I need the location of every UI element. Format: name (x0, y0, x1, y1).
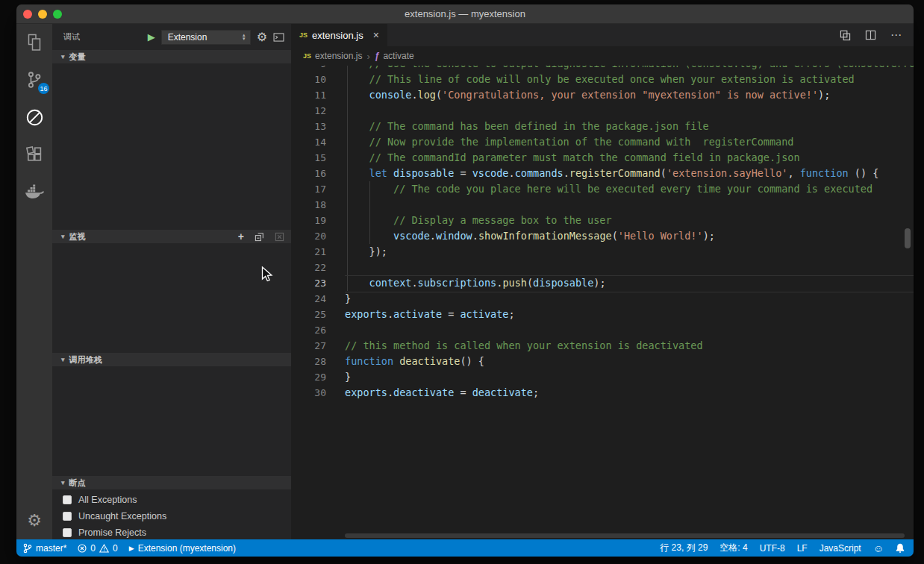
line-number[interactable]: 30 (291, 385, 326, 401)
breadcrumb-file[interactable]: JS extension.js (303, 51, 362, 61)
debug-config-select[interactable]: Extension ▲▼ (161, 30, 251, 45)
window-title: extension.js — myextension (16, 4, 914, 24)
call-stack-panel[interactable] (52, 366, 291, 476)
code-line[interactable]: 20 vscode.window.showInformationMessage(… (291, 228, 914, 244)
line-number[interactable]: 14 (291, 134, 326, 150)
breakpoint-row[interactable]: All Exceptions (52, 492, 291, 508)
debug-target-status[interactable]: ▶ Extension (myextension) (129, 543, 236, 554)
watch-panel[interactable] (52, 243, 291, 353)
line-number[interactable]: 17 (291, 181, 326, 197)
code-line[interactable]: 21 }); (291, 244, 914, 260)
code-line[interactable]: 24} (291, 291, 914, 307)
start-debugging-button[interactable]: ▶ (148, 31, 155, 43)
activity-bar-item-extensions[interactable] (16, 136, 52, 173)
variables-section-header[interactable]: ▾ 变量 (52, 50, 291, 63)
collapse-all-icon[interactable] (255, 232, 264, 242)
breakpoint-checkbox[interactable] (63, 512, 72, 521)
line-number[interactable]: 29 (291, 369, 326, 385)
code-line[interactable]: 10 // This line of code will only be exe… (291, 72, 914, 87)
code-editor[interactable]: 9 // Use the console to output diagnosti… (291, 66, 914, 539)
cursor-position-status[interactable]: 行 23, 列 29 (660, 542, 708, 554)
configure-launch-gear-icon[interactable]: ⚙ (257, 31, 267, 43)
line-number[interactable]: 18 (291, 197, 326, 213)
line-number[interactable]: 19 (291, 213, 326, 228)
encoding-status[interactable]: UTF-8 (760, 543, 785, 554)
line-number[interactable]: 22 (291, 260, 326, 275)
line-number[interactable]: 27 (291, 338, 326, 354)
notifications-bell-icon[interactable] (896, 543, 905, 553)
code-line[interactable]: 16 let disposable = vscode.commands.regi… (291, 166, 914, 181)
variables-panel[interactable] (52, 63, 291, 230)
breakpoints-section-label: 断点 (69, 477, 284, 489)
breakpoints-section-header[interactable]: ▾ 断点 (52, 476, 291, 489)
settings-button[interactable]: ⚙ (16, 502, 52, 539)
branch-name: master* (36, 543, 66, 554)
line-number[interactable]: 11 (291, 87, 326, 103)
line-number[interactable]: 12 (291, 103, 326, 119)
breakpoint-checkbox[interactable] (63, 495, 72, 504)
watch-actions: + (238, 231, 284, 242)
close-window-button[interactable] (23, 10, 32, 19)
problems-status[interactable]: 0 0 (78, 543, 117, 554)
line-number[interactable]: 10 (291, 72, 326, 87)
code-line[interactable]: 19 // Display a message box to the user (291, 213, 914, 228)
activity-bar-item-explorer[interactable] (16, 24, 52, 61)
line-number[interactable]: 23 (291, 275, 326, 291)
split-editor-icon[interactable] (865, 30, 876, 40)
code-line[interactable]: 29} (291, 369, 914, 385)
line-number[interactable]: 21 (291, 244, 326, 260)
activity-bar-top: 16 (16, 24, 52, 210)
open-changes-icon[interactable] (840, 30, 851, 41)
code-line[interactable]: 27// this method is called when your ext… (291, 338, 914, 354)
indentation-status[interactable]: 空格: 4 (719, 542, 747, 554)
watch-section-header[interactable]: ▾ 监视 + (52, 230, 291, 243)
tab-extension-js[interactable]: JS extension.js × (291, 24, 387, 46)
line-number[interactable]: 20 (291, 228, 326, 244)
code-line[interactable]: 25exports.activate = activate; (291, 307, 914, 322)
line-number[interactable]: 26 (291, 322, 326, 338)
close-tab-icon[interactable]: × (373, 29, 379, 41)
remove-all-expressions-icon[interactable] (275, 232, 284, 242)
code-line[interactable]: 15 // The commandId parameter must match… (291, 150, 914, 166)
code-line[interactable]: 23 context.subscriptions.push(disposable… (291, 275, 914, 291)
more-actions-button[interactable]: ⋯ (890, 28, 902, 42)
code-line[interactable]: 18 (291, 197, 914, 213)
line-number[interactable]: 28 (291, 354, 326, 369)
editor-vertical-scrollbar-thumb[interactable] (905, 228, 911, 248)
line-number[interactable]: 15 (291, 150, 326, 166)
language-mode-status[interactable]: JavaScript (820, 543, 861, 554)
add-expression-icon[interactable]: + (238, 231, 244, 242)
eol-status[interactable]: LF (797, 543, 808, 554)
title-bar[interactable]: extension.js — myextension (16, 4, 914, 24)
line-number[interactable]: 13 (291, 119, 326, 134)
line-number[interactable]: 9 (291, 66, 326, 72)
breadcrumb-symbol[interactable]: ƒ activate (375, 51, 414, 61)
branch-status[interactable]: master* (23, 543, 66, 554)
code-line[interactable]: 28function deactivate() { (291, 354, 914, 369)
call-stack-section-header[interactable]: ▾ 调用堆栈 (52, 353, 291, 366)
code-line[interactable]: 13 // The command has been defined in th… (291, 119, 914, 134)
line-number[interactable]: 16 (291, 166, 326, 181)
minimize-window-button[interactable] (38, 10, 47, 19)
code-line[interactable]: 9 // Use the console to output diagnosti… (291, 66, 914, 72)
activity-bar-item-source-control[interactable]: 16 (16, 61, 52, 98)
code-line[interactable]: 22 (291, 260, 914, 275)
code-line[interactable]: 30exports.deactivate = deactivate; (291, 385, 914, 401)
code-text: exports.activate = activate; (326, 307, 515, 322)
activity-bar-item-debug[interactable] (16, 98, 52, 136)
breakpoint-row[interactable]: Uncaught Exceptions (52, 508, 291, 524)
line-number[interactable]: 24 (291, 291, 326, 307)
code-line[interactable]: 26 (291, 322, 914, 338)
breakpoint-row[interactable]: Promise Rejects (52, 524, 291, 541)
activity-bar-item-docker[interactable] (16, 173, 52, 210)
code-line[interactable]: 14 // Now provide the implementation of … (291, 134, 914, 150)
zoom-window-button[interactable] (53, 10, 62, 19)
code-line[interactable]: 12 (291, 103, 914, 119)
debug-console-icon[interactable] (273, 33, 284, 42)
feedback-smiley-icon[interactable]: ☺ (873, 543, 884, 554)
editor-horizontal-scrollbar-thumb[interactable] (345, 533, 905, 538)
code-line[interactable]: 11 console.log('Congratulations, your ex… (291, 87, 914, 103)
breakpoint-checkbox[interactable] (63, 528, 72, 537)
code-line[interactable]: 17 // The code you place here will be ex… (291, 181, 914, 197)
line-number[interactable]: 25 (291, 307, 326, 322)
